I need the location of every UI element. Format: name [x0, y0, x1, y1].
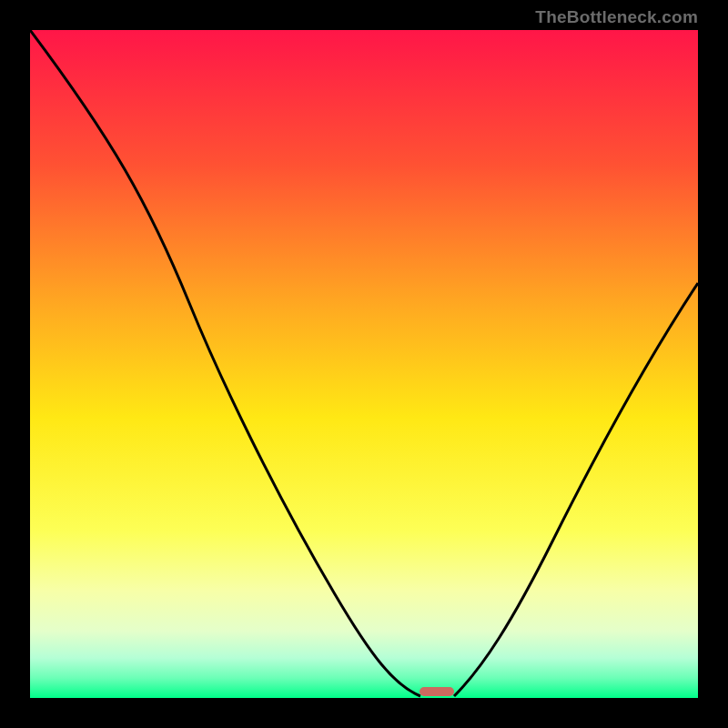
plot-area	[30, 30, 698, 698]
curve-svg	[30, 30, 698, 698]
left-curve	[30, 30, 420, 696]
watermark-text: TheBottleneck.com	[535, 7, 698, 27]
chart-container: TheBottleneck.com	[0, 0, 728, 728]
right-curve	[454, 283, 698, 696]
bottleneck-marker	[420, 687, 454, 696]
